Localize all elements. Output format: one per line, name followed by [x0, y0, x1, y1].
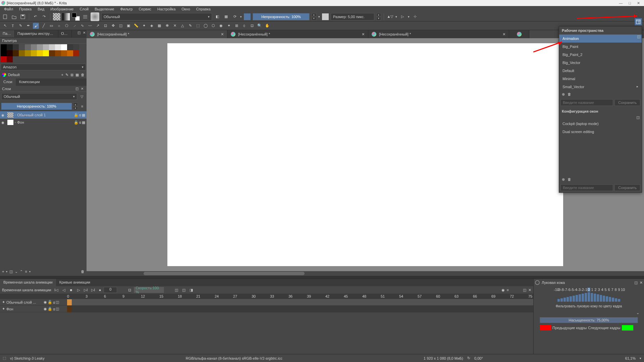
alpha-lock-icon[interactable]: ▦	[223, 13, 229, 20]
close-onion-icon[interactable]: ✕	[640, 281, 643, 285]
stop-icon[interactable]: ■	[68, 287, 74, 293]
layer-item[interactable]: ◉ ▫ Фон 🔒α▦	[0, 119, 87, 126]
layer-item[interactable]: ◉ ▫ Обычный слой 1 🔓α▦	[0, 111, 87, 119]
play-icon[interactable]: ▷	[75, 287, 82, 293]
brush-settings-icon[interactable]	[82, 13, 89, 20]
save-config-button[interactable]: Сохранить	[614, 184, 640, 191]
transform-tool-icon[interactable]: ⊡	[102, 23, 108, 29]
add-color-icon[interactable]: +	[61, 73, 63, 77]
menu-window[interactable]: Окно	[179, 6, 193, 12]
menu-file[interactable]: Файл	[1, 6, 16, 12]
grid2-icon[interactable]: ▦	[75, 73, 79, 77]
close-button[interactable]: ✕	[637, 1, 640, 5]
close-tab-icon[interactable]: ×	[362, 32, 365, 37]
workspace-item[interactable]: Big_Paint_2	[559, 51, 642, 59]
add-config-icon[interactable]: ⊕	[562, 177, 565, 182]
doc-tab[interactable]	[509, 30, 529, 38]
delete-layer-icon[interactable]: 🗑	[81, 269, 85, 274]
doc-tab[interactable]: [Несохранённый] *×	[227, 30, 368, 38]
close-tab-icon[interactable]: ×	[221, 32, 224, 37]
settings-icon[interactable]: ◉	[501, 288, 505, 292]
config-name-input[interactable]	[560, 184, 613, 191]
tab-timeline[interactable]: Временная шкала анимации	[0, 279, 56, 286]
layers-float-icon[interactable]: ◫	[74, 86, 79, 91]
menu-view[interactable]: Вид	[35, 6, 47, 12]
move-up-icon[interactable]: ⌃	[20, 269, 23, 274]
tab-compositions[interactable]: Композиции	[16, 78, 43, 86]
properties-icon[interactable]: ≡	[25, 269, 27, 274]
tab-layers[interactable]: Слои	[0, 78, 16, 86]
saturation-slider[interactable]: Насыщенность: 75,00%	[540, 317, 638, 323]
float-icon[interactable]: ◫	[634, 281, 638, 285]
dynamic-brush-icon[interactable]: ↗	[95, 23, 101, 29]
size-slider[interactable]: Размер: 5,00 пикс.	[331, 13, 374, 20]
horizontal-scrollbar[interactable]	[87, 271, 644, 276]
lock-icon[interactable]: 🔒	[74, 120, 78, 125]
reload-icon[interactable]: ⟳	[231, 13, 238, 20]
layer-opacity[interactable]: Непрозрачность: 100%	[1, 103, 72, 110]
maximize-button[interactable]: □	[629, 1, 631, 5]
rect-select-icon[interactable]: ⬚	[195, 23, 201, 29]
gradient-selector[interactable]	[62, 13, 70, 20]
first-frame-icon[interactable]: I◁	[53, 287, 59, 293]
fill-tool-icon[interactable]: ✦	[141, 23, 147, 29]
workspace-item[interactable]: Animation	[559, 35, 642, 43]
speed-input[interactable]: Скорость:100 %	[134, 287, 164, 293]
add-layer-icon[interactable]: +	[2, 269, 4, 274]
colorpicker-icon[interactable]: ✎	[187, 23, 193, 29]
save-workspace-button[interactable]: Сохранить	[614, 99, 640, 106]
opacity-down[interactable]: ▾	[312, 17, 316, 20]
frame-input[interactable]: 0	[104, 287, 117, 293]
auto-frame-icon[interactable]: ◫	[173, 287, 179, 293]
dock-tab-overview[interactable]: Об...	[58, 30, 72, 37]
lock-icon[interactable]: 🔓	[74, 113, 78, 117]
polyline-tool-icon[interactable]: ⟋	[71, 23, 77, 29]
menu-edit[interactable]: Правка	[16, 6, 34, 12]
brush-preset[interactable]	[91, 12, 99, 21]
zoom-level[interactable]: 61,1%	[625, 356, 636, 360]
deform-tool-icon[interactable]: ✕	[172, 23, 178, 29]
menu-settings[interactable]: Настройка	[155, 6, 178, 12]
onion2-icon[interactable]: ◨	[188, 287, 194, 293]
menu-help[interactable]: Справка	[194, 6, 213, 12]
workspace-item[interactable]: Big_Paint	[559, 43, 642, 51]
workspace-item[interactable]: Big_Vector	[559, 59, 642, 67]
config-item[interactable]: Cockpit (laptop mode)	[559, 120, 642, 128]
undo-icon[interactable]: ↶	[32, 13, 39, 20]
timeline-track[interactable]: ✦Обычный слой ... ◉🔓α◫	[0, 299, 533, 306]
mirror-h-icon[interactable]: ▲▽	[387, 13, 393, 20]
gradient-tool-icon[interactable]: ◈	[149, 23, 155, 29]
measure-tool-icon[interactable]: 📏	[133, 23, 139, 29]
wrap-icon[interactable]: ⊹	[412, 13, 418, 20]
delete-color-icon[interactable]: 🗑	[81, 73, 85, 77]
ellipse-select-icon[interactable]: ◯	[203, 23, 209, 29]
onion-frame-numbers[interactable]: -10-9-8-7-6-5-4-3-2-1012345678910	[535, 288, 643, 292]
pattern-selector[interactable]	[53, 13, 60, 20]
timeline-track[interactable]: ✦Фон ◉🔒α◫	[0, 306, 533, 312]
ellipse-tool-icon[interactable]: ○	[56, 23, 62, 29]
bezier-select-icon[interactable]: ◊	[241, 23, 247, 29]
zoom-tool-icon[interactable]: 🔍	[257, 23, 263, 29]
workspace-button[interactable]	[635, 18, 642, 25]
close-tab-icon[interactable]: ×	[503, 32, 505, 37]
visibility-icon[interactable]: ◉	[1, 121, 6, 124]
onion-icon[interactable]: ◫	[181, 287, 187, 293]
layers-close-icon[interactable]: ✕	[80, 86, 85, 91]
dock-tab-palette[interactable]: Пал...	[0, 30, 15, 37]
workspace-name-input[interactable]	[560, 99, 613, 106]
workspace-item[interactable]: Small_Vector	[559, 83, 642, 91]
color-selector[interactable]	[72, 13, 80, 21]
visibility-icon[interactable]: ◉	[1, 113, 6, 117]
rotate-icon[interactable]: ↻	[467, 356, 470, 360]
menu-filter[interactable]: Фильтр	[117, 6, 135, 12]
opacity-up[interactable]: ▴	[312, 13, 316, 17]
doc-tab[interactable]: [Несохранённый] *×	[368, 30, 509, 38]
workspace-item[interactable]: Minimal	[559, 75, 642, 83]
popup-float2-icon[interactable]: ◫	[636, 115, 640, 119]
open-file-icon[interactable]	[11, 13, 17, 20]
dock-tab-toolopts[interactable]: Параметры инструмен...	[15, 30, 58, 37]
filter-icon[interactable]: ▽	[78, 93, 85, 100]
calligraphy-icon[interactable]: ✒	[25, 23, 31, 29]
redo-icon[interactable]: ↷	[41, 13, 47, 20]
close-timeline-icon[interactable]: ✕	[528, 288, 531, 292]
